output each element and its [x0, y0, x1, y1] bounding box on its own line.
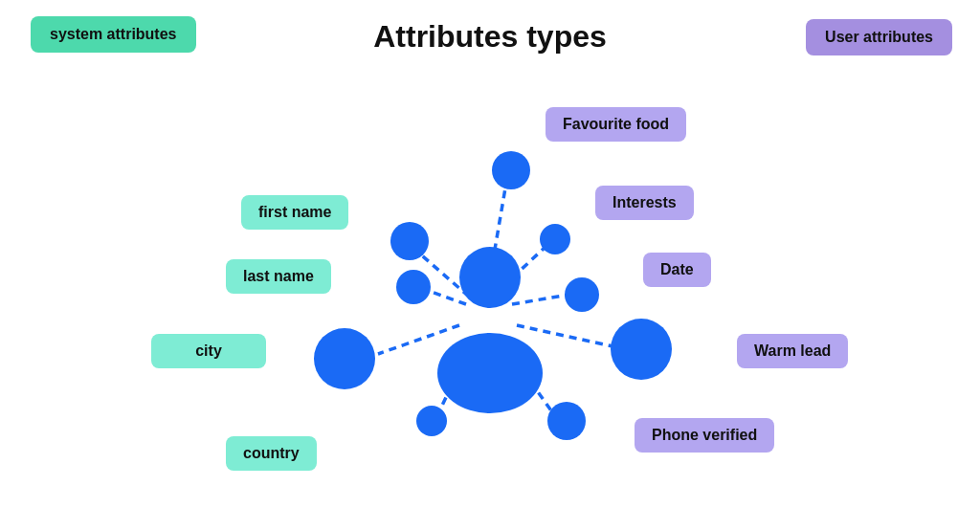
svg-line-2 [378, 325, 459, 354]
attr-favourite-food: Favourite food [546, 107, 686, 142]
svg-line-1 [426, 290, 466, 304]
attr-date: Date [643, 253, 711, 287]
svg-point-9 [459, 247, 521, 308]
svg-point-11 [390, 222, 429, 260]
svg-point-13 [314, 328, 375, 389]
svg-point-16 [540, 224, 570, 254]
attr-first-name: first name [241, 195, 348, 230]
svg-point-19 [547, 402, 586, 440]
system-attributes-badge: system attributes [31, 16, 196, 53]
svg-line-6 [512, 295, 569, 304]
attr-warm-lead: Warm lead [737, 334, 848, 368]
svg-point-14 [416, 406, 447, 436]
page-title: Attributes types [373, 19, 607, 55]
attr-phone-verified: Phone verified [635, 418, 774, 453]
attr-country: country [226, 436, 317, 471]
svg-line-7 [517, 325, 612, 346]
user-attributes-badge: User attributes [806, 19, 952, 55]
svg-line-3 [440, 349, 469, 409]
svg-point-15 [492, 151, 530, 189]
svg-point-18 [611, 319, 672, 380]
svg-line-5 [502, 247, 546, 287]
attr-interests: Interests [595, 186, 694, 220]
svg-point-17 [565, 277, 599, 312]
svg-point-12 [396, 270, 431, 304]
svg-point-10 [437, 333, 543, 413]
diagram-svg [0, 0, 980, 530]
svg-line-0 [416, 251, 469, 297]
attr-last-name: last name [226, 259, 331, 294]
svg-line-8 [507, 349, 553, 413]
svg-line-4 [490, 177, 507, 277]
attr-city: city [151, 334, 266, 368]
